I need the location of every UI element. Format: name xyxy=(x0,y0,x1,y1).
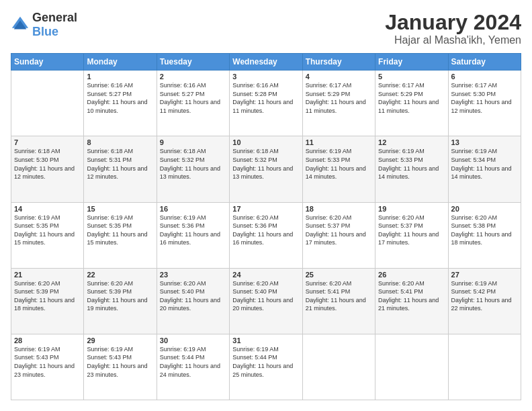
day-number: 28 xyxy=(14,336,81,345)
title-block: January 2024 Hajar al Masha'ikh, Yemen xyxy=(385,11,521,46)
day-number: 18 xyxy=(306,205,372,213)
cell-info: Sunrise: 6:20 AM Sunset: 5:37 PM Dayligh… xyxy=(306,214,372,247)
sunset-text: Sunset: 5:36 PM xyxy=(160,222,205,229)
calendar-cell xyxy=(302,334,375,400)
cell-info: Sunrise: 6:16 AM Sunset: 5:27 PM Dayligh… xyxy=(87,81,153,115)
sunrise-text: Sunrise: 6:20 AM xyxy=(451,214,498,221)
sunset-text: Sunset: 5:29 PM xyxy=(306,91,351,97)
sunrise-text: Sunrise: 6:19 AM xyxy=(87,214,133,221)
sunrise-text: Sunrise: 6:17 AM xyxy=(451,82,498,89)
calendar-cell: 6 Sunrise: 6:17 AM Sunset: 5:30 PM Dayli… xyxy=(448,71,521,136)
page: General Blue January 2024 Hajar al Masha… xyxy=(0,0,532,411)
col-saturday: Saturday xyxy=(448,54,521,71)
daylight-text: Daylight: 11 hours and 14 minutes. xyxy=(378,165,439,181)
calendar-cell: 15 Sunrise: 6:19 AM Sunset: 5:35 PM Dayl… xyxy=(84,202,157,268)
sunset-text: Sunset: 5:36 PM xyxy=(232,222,277,229)
daylight-text: Daylight: 11 hours and 18 minutes. xyxy=(451,231,512,246)
sunrise-text: Sunrise: 6:20 AM xyxy=(306,214,352,221)
daylight-text: Daylight: 11 hours and 23 minutes. xyxy=(87,363,147,378)
calendar-week-5: 28 Sunrise: 6:19 AM Sunset: 5:43 PM Dayl… xyxy=(11,334,521,400)
sunset-text: Sunset: 5:32 PM xyxy=(160,156,205,163)
sunset-text: Sunset: 5:30 PM xyxy=(14,156,59,163)
day-number: 21 xyxy=(14,271,81,279)
calendar-cell: 30 Sunrise: 6:19 AM Sunset: 5:44 PM Dayl… xyxy=(157,334,229,400)
calendar-cell: 5 Sunrise: 6:17 AM Sunset: 5:29 PM Dayli… xyxy=(375,71,448,136)
logo-general: General xyxy=(32,11,77,24)
daylight-text: Daylight: 11 hours and 12 minutes. xyxy=(14,165,75,181)
day-number: 17 xyxy=(232,205,299,213)
cell-info: Sunrise: 6:20 AM Sunset: 5:39 PM Dayligh… xyxy=(14,279,81,313)
daylight-text: Daylight: 11 hours and 15 minutes. xyxy=(14,231,75,246)
cell-info: Sunrise: 6:20 AM Sunset: 5:40 PM Dayligh… xyxy=(160,279,226,313)
day-number: 13 xyxy=(451,138,518,146)
cell-info: Sunrise: 6:18 AM Sunset: 5:32 PM Dayligh… xyxy=(160,147,226,181)
calendar-cell: 25 Sunrise: 6:20 AM Sunset: 5:41 PM Dayl… xyxy=(302,268,375,334)
calendar-cell: 18 Sunrise: 6:20 AM Sunset: 5:37 PM Dayl… xyxy=(302,202,375,268)
sunset-text: Sunset: 5:35 PM xyxy=(14,222,59,229)
sunset-text: Sunset: 5:42 PM xyxy=(451,288,496,295)
sunset-text: Sunset: 5:27 PM xyxy=(87,91,132,97)
cell-info: Sunrise: 6:19 AM Sunset: 5:35 PM Dayligh… xyxy=(14,214,81,247)
sunrise-text: Sunrise: 6:19 AM xyxy=(14,346,60,353)
calendar-cell: 13 Sunrise: 6:19 AM Sunset: 5:34 PM Dayl… xyxy=(448,136,521,202)
sunset-text: Sunset: 5:39 PM xyxy=(87,288,132,295)
calendar-cell: 4 Sunrise: 6:17 AM Sunset: 5:29 PM Dayli… xyxy=(302,71,375,136)
col-thursday: Thursday xyxy=(302,54,375,71)
cell-info: Sunrise: 6:19 AM Sunset: 5:43 PM Dayligh… xyxy=(87,345,153,379)
day-number: 5 xyxy=(378,73,445,81)
day-number: 25 xyxy=(306,271,372,279)
daylight-text: Daylight: 11 hours and 22 minutes. xyxy=(451,297,512,312)
daylight-text: Daylight: 11 hours and 18 minutes. xyxy=(14,297,75,312)
logo: General Blue xyxy=(11,11,77,39)
day-number: 4 xyxy=(306,73,372,81)
calendar-cell xyxy=(448,334,521,400)
logo-text: General Blue xyxy=(32,11,77,39)
calendar-cell: 16 Sunrise: 6:19 AM Sunset: 5:36 PM Dayl… xyxy=(157,202,229,268)
day-number: 15 xyxy=(87,205,153,213)
daylight-text: Daylight: 11 hours and 12 minutes. xyxy=(451,99,512,114)
logo-icon xyxy=(11,15,30,34)
sunrise-text: Sunrise: 6:19 AM xyxy=(378,148,425,154)
sunrise-text: Sunrise: 6:19 AM xyxy=(451,148,498,154)
daylight-text: Daylight: 11 hours and 16 minutes. xyxy=(160,231,220,246)
day-number: 30 xyxy=(160,336,226,345)
sunset-text: Sunset: 5:32 PM xyxy=(232,156,277,163)
daylight-text: Daylight: 11 hours and 20 minutes. xyxy=(160,297,220,312)
calendar-cell: 24 Sunrise: 6:20 AM Sunset: 5:40 PM Dayl… xyxy=(230,268,302,334)
daylight-text: Daylight: 11 hours and 16 minutes. xyxy=(232,231,293,246)
cell-info: Sunrise: 6:20 AM Sunset: 5:37 PM Dayligh… xyxy=(378,214,445,247)
day-number: 8 xyxy=(87,138,153,146)
sunset-text: Sunset: 5:44 PM xyxy=(232,354,277,361)
calendar-cell: 20 Sunrise: 6:20 AM Sunset: 5:38 PM Dayl… xyxy=(448,202,521,268)
cell-info: Sunrise: 6:18 AM Sunset: 5:32 PM Dayligh… xyxy=(232,147,299,181)
sunset-text: Sunset: 5:27 PM xyxy=(160,91,205,97)
day-number: 7 xyxy=(14,138,81,146)
logo-blue: Blue xyxy=(32,25,58,38)
sunset-text: Sunset: 5:38 PM xyxy=(451,222,496,229)
calendar-cell: 26 Sunrise: 6:20 AM Sunset: 5:41 PM Dayl… xyxy=(375,268,448,334)
cell-info: Sunrise: 6:18 AM Sunset: 5:31 PM Dayligh… xyxy=(87,147,153,181)
col-sunday: Sunday xyxy=(11,54,84,71)
sunset-text: Sunset: 5:44 PM xyxy=(160,354,205,361)
day-number: 2 xyxy=(160,73,226,81)
col-tuesday: Tuesday xyxy=(157,54,229,71)
sunrise-text: Sunrise: 6:19 AM xyxy=(87,346,133,353)
sunrise-text: Sunrise: 6:19 AM xyxy=(160,214,206,221)
cell-info: Sunrise: 6:19 AM Sunset: 5:44 PM Dayligh… xyxy=(160,345,226,379)
calendar-cell: 12 Sunrise: 6:19 AM Sunset: 5:33 PM Dayl… xyxy=(375,136,448,202)
daylight-text: Daylight: 11 hours and 23 minutes. xyxy=(14,363,75,378)
sunrise-text: Sunrise: 6:19 AM xyxy=(232,346,279,353)
daylight-text: Daylight: 11 hours and 21 minutes. xyxy=(378,297,439,312)
calendar-cell: 2 Sunrise: 6:16 AM Sunset: 5:27 PM Dayli… xyxy=(157,71,229,136)
calendar-table: Sunday Monday Tuesday Wednesday Thursday… xyxy=(11,53,521,400)
calendar-cell: 10 Sunrise: 6:18 AM Sunset: 5:32 PM Dayl… xyxy=(230,136,302,202)
sunrise-text: Sunrise: 6:16 AM xyxy=(87,82,133,89)
day-number: 23 xyxy=(160,271,226,279)
calendar-cell: 29 Sunrise: 6:19 AM Sunset: 5:43 PM Dayl… xyxy=(84,334,157,400)
sunset-text: Sunset: 5:41 PM xyxy=(306,288,351,295)
daylight-text: Daylight: 11 hours and 25 minutes. xyxy=(232,363,293,378)
location: Hajar al Masha'ikh, Yemen xyxy=(385,34,521,46)
day-number: 3 xyxy=(232,73,299,81)
sunrise-text: Sunrise: 6:19 AM xyxy=(160,346,206,353)
daylight-text: Daylight: 11 hours and 14 minutes. xyxy=(451,165,512,181)
